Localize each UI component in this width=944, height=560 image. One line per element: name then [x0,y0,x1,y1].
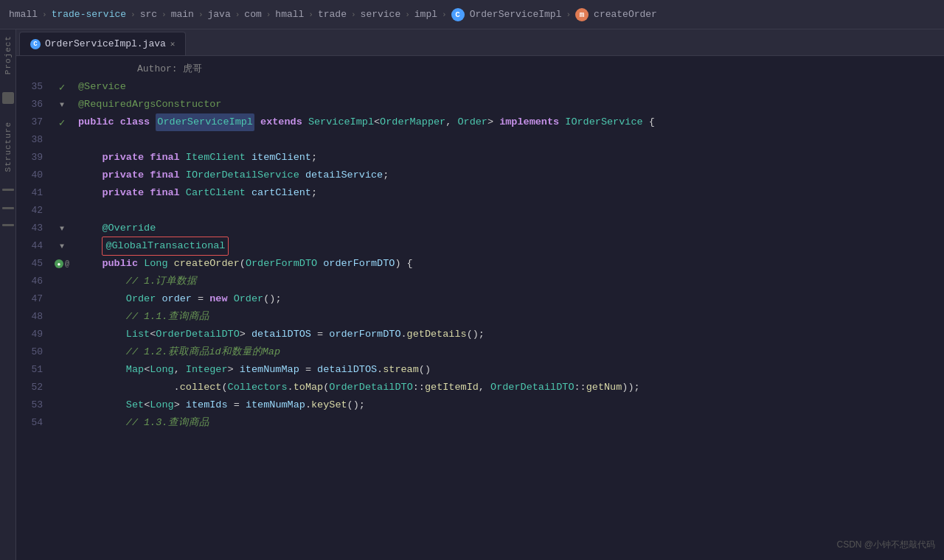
global-transactional-annotation: @GlobalTransactional [102,237,229,256]
bc-orderserviceimpl[interactable]: OrderServiceImpl [470,9,562,20]
code-line-48: // 1.1.查询商品 [72,308,944,326]
bc-hmall2[interactable]: hmall [275,9,304,20]
gutter-49 [52,326,72,343]
bc-createorder[interactable]: createOrder [594,9,657,20]
line-num-42: 42 [31,202,43,220]
code-editor[interactable]: 35 36 37 38 39 40 41 42 43 44 45 46 47 4… [16,78,944,560]
sidebar-icon-structure3 [2,224,14,226]
author-line: Author: 虎哥 [16,56,944,78]
gutter-46 [52,273,72,290]
gutter: ✓ ▼ ✓ ▼ ▼ ● @ [52,78,72,560]
code-content[interactable]: @Service @RequiredArgsConstructor public… [72,78,944,560]
gutter-50 [52,343,72,361]
gutter-54 [52,414,72,432]
sidebar-icon-structure [2,189,14,191]
line-num-43: 43 [31,220,43,237]
line-num-46: 46 [31,273,43,290]
line-num-36: 36 [31,96,43,113]
gutter-35: ✓ [52,78,72,96]
line-num-44: 44 [31,237,43,255]
tab-close-icon[interactable]: ✕ [170,39,176,49]
bc-com[interactable]: com [244,9,261,20]
left-sidebar: Project Structure [0,29,16,560]
code-line-37: public class OrderServiceImpl extends Se… [72,113,944,131]
code-line-53: Set<Long> itemIds = itemNumMap.keySet(); [72,396,944,414]
sidebar-icon-structure2 [2,207,14,209]
code-line-38 [72,131,944,149]
bc-service[interactable]: service [361,9,401,20]
code-line-50: // 1.2.获取商品id和数量的Map [72,343,944,361]
line-num-45: 45 [31,255,43,273]
tab-class-icon: C [30,39,41,49]
gutter-42 [52,202,72,220]
code-line-39: private final ItemClient itemClient; [72,149,944,167]
code-line-43: @Override [72,220,944,237]
breadcrumb: hmall › trade-service › src › main › jav… [0,0,944,29]
tab-filename: OrderServiceImpl.java [45,38,166,49]
project-label[interactable]: Project [4,35,13,74]
gutter-36[interactable]: ▼ [52,96,72,113]
method-badge: m [575,8,589,21]
gutter-43[interactable]: ▼ [52,220,72,237]
code-line-54: // 1.3.查询商品 [72,414,944,432]
code-line-49: List<OrderDetailDTO> detailDTOS = orderF… [72,326,944,343]
bc-trade-service[interactable]: trade-service [52,9,126,20]
gutter-39 [52,149,72,167]
file-tab[interactable]: C OrderServiceImpl.java ✕ [19,32,186,55]
code-line-42 [72,202,944,220]
watermark: CSDN @小钟不想敲代码 [836,539,935,551]
line-num-38: 38 [31,131,43,149]
line-num-52: 52 [31,379,43,396]
editor-container: C OrderServiceImpl.java ✕ Author: 虎哥 35 … [16,29,944,560]
code-line-41: private final CartClient cartClient; [72,184,944,202]
line-num-51: 51 [31,361,43,379]
gutter-45: ● @ [52,255,72,273]
code-line-45: public Long createOrder(OrderFormDTO ord… [72,255,944,273]
line-num-35: 35 [31,78,43,96]
tab-bar: C OrderServiceImpl.java ✕ [16,29,944,56]
gutter-51 [52,361,72,379]
line-num-47: 47 [31,290,43,308]
author-text: Author: 虎哥 [137,63,202,74]
gutter-52 [52,379,72,396]
bc-hmall[interactable]: hmall [9,9,38,20]
bc-java[interactable]: java [208,9,231,20]
main-layout: Project Structure C OrderServiceImpl.jav… [0,29,944,560]
gutter-38 [52,131,72,149]
line-num-41: 41 [31,184,43,202]
line-num-48: 48 [31,308,43,326]
line-num-50: 50 [31,343,43,361]
bc-src[interactable]: src [140,9,157,20]
gutter-53 [52,396,72,414]
code-line-40: private final IOrderDetailService detail… [72,167,944,184]
class-badge: C [451,8,465,21]
bc-impl[interactable]: impl [414,9,437,20]
sidebar-icon-folder[interactable] [2,92,14,104]
gutter-44[interactable]: ▼ [52,237,72,255]
line-num-49: 49 [31,326,43,343]
gutter-48 [52,308,72,326]
bc-trade[interactable]: trade [318,9,347,20]
line-num-54: 54 [31,414,43,432]
code-line-46: // 1.订单数据 [72,273,944,290]
gutter-40 [52,167,72,184]
code-line-47: Order order = new Order(); [72,290,944,308]
line-num-40: 40 [31,167,43,184]
gutter-37: ✓ [52,113,72,131]
line-num-53: 53 [31,396,43,414]
line-num-37: 37 [31,113,43,131]
code-line-52: .collect(Collectors.toMap(OrderDetailDTO… [72,379,944,396]
gutter-41 [52,184,72,202]
code-line-36: @RequiredArgsConstructor [72,96,944,113]
code-line-51: Map<Long, Integer> itemNumMap = detailDT… [72,361,944,379]
bc-main[interactable]: main [171,9,194,20]
line-numbers: 35 36 37 38 39 40 41 42 43 44 45 46 47 4… [16,78,52,560]
structure-label[interactable]: Structure [4,122,13,172]
code-line-35: @Service [72,78,944,96]
gutter-47 [52,290,72,308]
line-num-39: 39 [31,149,43,167]
code-line-44: @GlobalTransactional [72,237,944,255]
